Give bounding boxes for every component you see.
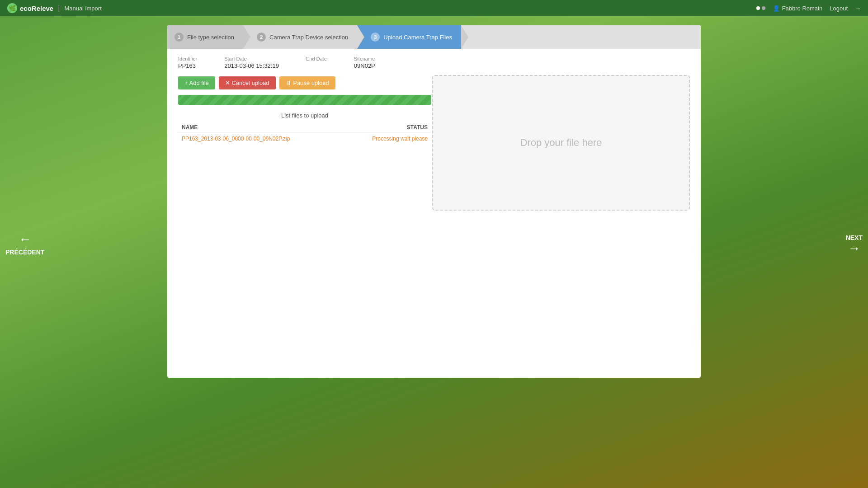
metadata-row: Identifier PP163 Start Date 2013-03-06 1…	[178, 56, 690, 69]
next-label: NEXT	[846, 234, 863, 241]
progress-container	[178, 95, 431, 105]
drop-zone-text: Drop your file here	[520, 137, 602, 149]
file-list-section: List files to upload NAME STATUS PP163_2…	[178, 112, 431, 145]
pause-upload-button[interactable]: ⏸ Pause upload	[279, 76, 335, 89]
status-dots	[756, 6, 765, 10]
sitename-value: 09N02P	[354, 62, 375, 69]
dot-2	[762, 6, 765, 10]
logout-arrow: →	[855, 5, 861, 12]
file-list-title: List files to upload	[178, 112, 431, 119]
dot-1	[756, 6, 760, 10]
step-label-1: File type selection	[187, 34, 234, 41]
prev-label: PRÉCÉDENT	[5, 249, 44, 256]
cancel-upload-button[interactable]: ✕ Cancel upload	[219, 76, 276, 89]
file-status-header: STATUS	[407, 124, 428, 131]
user-info: 👤 Fabbro Romain	[773, 5, 823, 12]
logo: 🌿 ecoReleve	[7, 3, 53, 13]
breadcrumb-step-3[interactable]: 3 Upload Camera Trap Files	[357, 25, 461, 49]
step-num-2: 2	[257, 33, 266, 42]
logout-button[interactable]: Logout	[830, 5, 848, 12]
sitename-label: Sitename	[354, 56, 375, 61]
identifier-label: Identifier	[178, 56, 197, 61]
main-wrapper: 1 File type selection 2 Camera Trap Devi…	[0, 16, 868, 378]
nav-divider: |	[58, 4, 60, 12]
manual-import-label: Manual import	[64, 5, 101, 12]
step-num-1: 1	[175, 33, 184, 42]
step-label-3: Upload Camera Trap Files	[383, 34, 452, 41]
logo-icon: 🌿	[7, 3, 17, 13]
meta-start-date: Start Date 2013-03-06 15:32:19	[224, 56, 279, 69]
top-navigation: 🌿 ecoReleve | Manual import 👤 Fabbro Rom…	[0, 0, 868, 16]
content-card: 1 File type selection 2 Camera Trap Devi…	[167, 25, 701, 378]
start-date-label: Start Date	[224, 56, 279, 61]
drop-zone[interactable]: Drop your file here	[432, 75, 690, 211]
nav-left: 🌿 ecoReleve | Manual import	[7, 3, 102, 13]
meta-sitename: Sitename 09N02P	[354, 56, 375, 69]
identifier-value: PP163	[178, 62, 197, 69]
nav-right: 👤 Fabbro Romain Logout →	[756, 5, 861, 12]
file-list-header: NAME STATUS	[178, 122, 431, 133]
table-row: PP163_2013-03-06_0000-00-00_09N02P.zip P…	[178, 133, 431, 145]
file-name-value: PP163_2013-03-06_0000-00-00_09N02P.zip	[182, 136, 290, 142]
step-label-2: Camera Trap Device selection	[269, 34, 348, 41]
breadcrumb-step-1[interactable]: 1 File type selection	[167, 25, 243, 49]
end-date-label: End Date	[306, 56, 327, 61]
breadcrumb-step-2[interactable]: 2 Camera Trap Device selection	[243, 25, 357, 49]
breadcrumb-bar: 1 File type selection 2 Camera Trap Devi…	[167, 25, 701, 49]
start-date-value: 2013-03-06 15:32:19	[224, 62, 279, 69]
add-file-button[interactable]: + Add file	[178, 76, 215, 89]
next-navigation[interactable]: NEXT →	[840, 223, 868, 265]
progress-bar	[178, 95, 431, 105]
step-num-3: 3	[371, 33, 380, 42]
meta-identifier: Identifier PP163	[178, 56, 197, 69]
page-body: Identifier PP163 Start Date 2013-03-06 1…	[167, 49, 701, 152]
user-icon: 👤	[773, 5, 780, 12]
logo-text: ecoReleve	[20, 5, 53, 12]
meta-end-date: End Date	[306, 56, 327, 69]
file-status-value: Processing wait please	[372, 136, 428, 142]
prev-navigation[interactable]: ← PRÉCÉDENT	[0, 223, 50, 265]
prev-arrow: ←	[19, 232, 31, 247]
file-name-header: NAME	[182, 124, 198, 131]
next-arrow: →	[848, 241, 860, 256]
username: Fabbro Romain	[782, 5, 823, 12]
